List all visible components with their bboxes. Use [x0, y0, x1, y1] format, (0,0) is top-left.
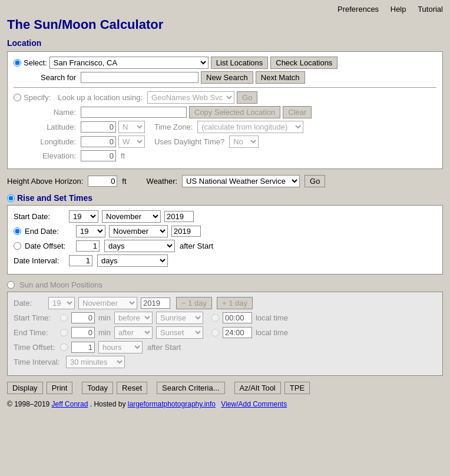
clear-button[interactable]: Clear	[283, 106, 312, 118]
sm-end-min-input[interactable]	[71, 327, 95, 338]
sm-start-time-label: Start Time:	[14, 313, 58, 322]
next-match-button[interactable]: Next Match	[256, 71, 305, 84]
end-year-input[interactable]	[171, 226, 201, 237]
rise-set-radio[interactable]	[7, 194, 15, 202]
sm-start-event-select[interactable]: Sunrise	[156, 312, 203, 324]
sm-date-month-select[interactable]: November	[78, 297, 137, 309]
location-header: Location	[7, 38, 443, 48]
hosted-text: . Hosted by	[90, 400, 126, 408]
longitude-input[interactable]	[81, 136, 116, 147]
help-link[interactable]: Help	[391, 5, 406, 14]
sm-time-interval-label: Time Interval:	[14, 358, 64, 366]
search-criteria-button[interactable]: Search Criteria...	[157, 382, 225, 394]
height-input[interactable]	[88, 176, 117, 187]
sm-end-event-select[interactable]: Sunset	[156, 326, 203, 339]
az-alt-tool-button[interactable]: Az/Alt Tool	[234, 382, 281, 394]
location-select[interactable]: San Francisco, CA	[49, 57, 209, 69]
list-locations-button[interactable]: List Locations	[211, 57, 269, 69]
dst-select[interactable]: No	[229, 135, 259, 148]
reset-button[interactable]: Reset	[117, 382, 147, 394]
select-radio[interactable]	[14, 59, 21, 67]
start-month-select[interactable]: November	[102, 210, 161, 223]
sm-time-interval-row: Time Interval: 30 minutes	[14, 356, 436, 368]
sm-start-min-label: min	[98, 313, 111, 322]
longitude-row: Longitude: W Uses Daylight Time? No	[14, 135, 436, 148]
comments-link[interactable]: View/Add Comments	[221, 400, 287, 408]
preferences-link[interactable]: Preferences	[338, 5, 379, 14]
timezone-label: Time Zone:	[154, 123, 193, 131]
sm-time-interval-select[interactable]: 30 minutes	[66, 356, 125, 368]
date-interval-input[interactable]	[69, 255, 92, 266]
after-start-label: after Start	[180, 242, 213, 250]
check-locations-button[interactable]: Check Locations	[270, 57, 338, 69]
rise-set-radio-row: Rise and Set Times	[7, 193, 443, 203]
weather-select[interactable]: US National Weather Service	[182, 175, 300, 187]
lookup-go-button[interactable]: Go	[237, 91, 257, 104]
specify-radio[interactable]	[14, 94, 21, 101]
sm-end-time-label: End Time:	[14, 328, 58, 337]
bottom-buttons: Display Print Today Reset Search Criteri…	[7, 382, 443, 394]
search-input[interactable]	[81, 72, 198, 83]
specify-label: Specify:	[24, 93, 51, 102]
tutorial-link[interactable]: Tutorial	[418, 5, 443, 14]
end-day-select[interactable]: 19	[76, 225, 105, 237]
weather-label: Weather:	[147, 177, 178, 186]
end-date-label: End Date:	[25, 227, 74, 236]
elevation-row: Elevation: ft	[14, 150, 436, 161]
sm-date-day-select[interactable]: 19	[48, 297, 75, 309]
end-date-radio[interactable]	[14, 227, 21, 235]
display-button[interactable]: Display	[7, 382, 43, 394]
latitude-input[interactable]	[81, 121, 116, 133]
specify-row: Specify: Look up a location using: GeoNa…	[14, 91, 436, 104]
start-year-input[interactable]	[164, 211, 194, 222]
sm-start-min-input[interactable]	[71, 312, 95, 323]
lat-dir-select[interactable]: N	[118, 121, 145, 133]
sm-end-event-radio[interactable]	[60, 329, 68, 336]
long-dir-select[interactable]: W	[118, 135, 145, 148]
print-button[interactable]: Print	[47, 382, 73, 394]
sm-date-year-input[interactable]	[141, 298, 170, 309]
date-interval-unit-select[interactable]: days	[97, 254, 168, 267]
author-link[interactable]: Jeff Conrad	[52, 400, 88, 408]
sm-time-offset-unit-select[interactable]: hours	[98, 341, 143, 353]
search-row: Search for New Search Next Match	[14, 71, 436, 84]
sm-end-local-radio[interactable]	[211, 329, 219, 336]
sm-time-offset-input[interactable]	[71, 342, 95, 353]
location-panel: Select: San Francisco, CA List Locations…	[7, 51, 443, 169]
latitude-row: Latitude: N Time Zone: (calculate from l…	[14, 121, 436, 133]
sm-start-event-radio[interactable]	[60, 314, 68, 322]
sm-time-offset-row: Time Offset: hours after Start	[14, 341, 436, 353]
sm-start-local-label: local time	[256, 313, 288, 322]
sm-time-offset-radio[interactable]	[60, 343, 68, 351]
start-date-row: Start Date: 19 November	[14, 210, 436, 223]
weather-go-button[interactable]: Go	[305, 175, 325, 187]
sm-time-offset-label: Time Offset:	[14, 343, 58, 352]
today-button[interactable]: Today	[82, 382, 113, 394]
date-offset-input[interactable]	[76, 240, 100, 252]
new-search-button[interactable]: New Search	[201, 71, 253, 84]
date-offset-unit-select[interactable]: days	[104, 240, 175, 252]
latitude-label: Latitude:	[14, 123, 78, 131]
lookup-label: Look up a location using:	[58, 93, 143, 102]
lookup-service-select[interactable]: GeoNames Web Svc	[147, 91, 234, 104]
sm-end-local-input[interactable]	[223, 327, 252, 338]
minus-1-day-button[interactable]: − 1 day	[176, 297, 212, 309]
sm-start-local-input[interactable]	[223, 312, 252, 323]
longitude-label: Longitude:	[14, 137, 78, 146]
name-input[interactable]	[81, 107, 187, 118]
copy-selected-button[interactable]: Copy Selected Location	[189, 106, 280, 118]
name-label: Name:	[14, 108, 78, 117]
sm-start-before-after-select[interactable]: before	[114, 312, 153, 324]
start-day-select[interactable]: 19	[69, 210, 98, 223]
elevation-input[interactable]	[81, 150, 116, 161]
sm-end-before-after-select[interactable]: after	[114, 326, 153, 339]
host-link[interactable]: largeformatphotography.info	[128, 400, 216, 408]
sun-moon-radio[interactable]	[7, 281, 15, 289]
end-month-select[interactable]: November	[109, 225, 168, 237]
sm-start-local-radio[interactable]	[211, 314, 219, 322]
date-interval-row: Date Interval: days	[14, 254, 436, 267]
date-offset-radio[interactable]	[14, 242, 21, 250]
plus-1-day-button[interactable]: + 1 day	[217, 297, 253, 309]
tpe-button[interactable]: TPE	[284, 382, 310, 394]
timezone-select[interactable]: (calculate from longitude)	[197, 121, 303, 133]
